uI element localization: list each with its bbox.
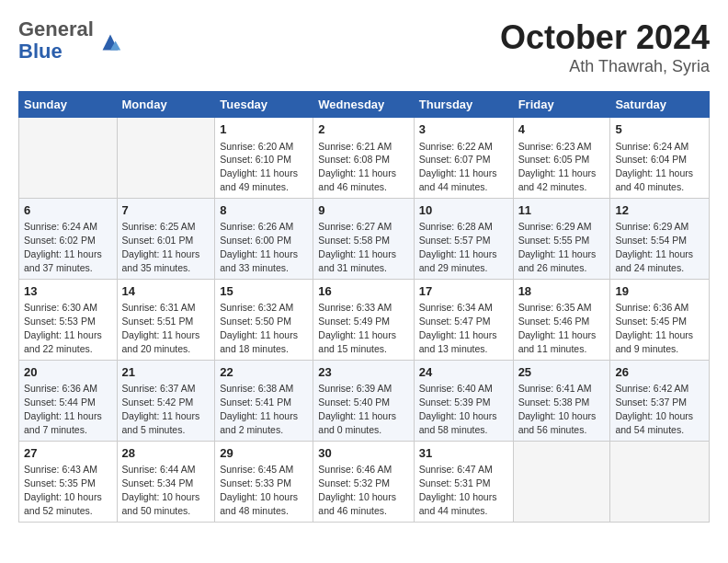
day-detail: Sunrise: 6:25 AMSunset: 6:01 PMDaylight:… <box>122 221 200 273</box>
day-detail: Sunrise: 6:47 AMSunset: 5:31 PMDaylight:… <box>419 464 497 516</box>
day-number: 2 <box>318 121 408 138</box>
day-number: 31 <box>419 445 508 462</box>
day-number: 29 <box>220 445 308 462</box>
day-number: 9 <box>318 202 408 219</box>
logo-text: General Blue <box>18 18 94 63</box>
day-detail: Sunrise: 6:35 AMSunset: 5:46 PMDaylight:… <box>518 302 597 354</box>
weekday-header-row: SundayMondayTuesdayWednesdayThursdayFrid… <box>19 92 710 118</box>
day-number: 15 <box>220 283 308 300</box>
weekday-header-tuesday: Tuesday <box>215 92 313 118</box>
calendar-week-4: 20Sunrise: 6:36 AMSunset: 5:44 PMDayligh… <box>19 360 710 441</box>
day-detail: Sunrise: 6:45 AMSunset: 5:33 PMDaylight:… <box>220 464 298 516</box>
calendar-week-1: 1Sunrise: 6:20 AMSunset: 6:10 PMDaylight… <box>19 118 710 199</box>
weekday-header-thursday: Thursday <box>414 92 513 118</box>
day-detail: Sunrise: 6:43 AMSunset: 5:35 PMDaylight:… <box>24 464 102 516</box>
calendar-cell <box>19 118 118 199</box>
month-title: October 2024 <box>500 18 710 57</box>
calendar-cell: 24Sunrise: 6:40 AMSunset: 5:39 PMDayligh… <box>414 360 513 441</box>
calendar-cell: 8Sunrise: 6:26 AMSunset: 6:00 PMDaylight… <box>215 198 313 279</box>
day-number: 14 <box>122 283 210 300</box>
day-detail: Sunrise: 6:28 AMSunset: 5:57 PMDaylight:… <box>419 221 497 273</box>
day-detail: Sunrise: 6:44 AMSunset: 5:34 PMDaylight:… <box>122 464 200 516</box>
day-number: 30 <box>318 445 408 462</box>
day-number: 16 <box>318 283 408 300</box>
day-number: 7 <box>122 202 210 219</box>
calendar-table: SundayMondayTuesdayWednesdayThursdayFrid… <box>18 91 710 523</box>
calendar-cell: 25Sunrise: 6:41 AMSunset: 5:38 PMDayligh… <box>513 360 610 441</box>
day-number: 10 <box>419 202 508 219</box>
day-number: 5 <box>615 121 704 138</box>
day-number: 24 <box>419 364 508 381</box>
calendar-cell: 31Sunrise: 6:47 AMSunset: 5:31 PMDayligh… <box>414 441 513 522</box>
calendar-cell: 30Sunrise: 6:46 AMSunset: 5:32 PMDayligh… <box>313 441 414 522</box>
day-number: 22 <box>220 364 308 381</box>
day-number: 11 <box>518 202 606 219</box>
day-detail: Sunrise: 6:29 AMSunset: 5:55 PMDaylight:… <box>518 221 597 273</box>
day-detail: Sunrise: 6:23 AMSunset: 6:05 PMDaylight:… <box>518 141 597 193</box>
day-number: 8 <box>220 202 308 219</box>
day-detail: Sunrise: 6:37 AMSunset: 5:42 PMDaylight:… <box>122 383 200 435</box>
day-detail: Sunrise: 6:39 AMSunset: 5:40 PMDaylight:… <box>318 383 396 435</box>
logo-general: General <box>18 18 94 40</box>
day-detail: Sunrise: 6:21 AMSunset: 6:08 PMDaylight:… <box>318 141 396 193</box>
day-number: 1 <box>220 121 308 138</box>
calendar-cell: 13Sunrise: 6:30 AMSunset: 5:53 PMDayligh… <box>19 279 118 360</box>
calendar-cell <box>117 118 215 199</box>
day-detail: Sunrise: 6:42 AMSunset: 5:37 PMDaylight:… <box>615 383 693 435</box>
calendar-cell: 2Sunrise: 6:21 AMSunset: 6:08 PMDaylight… <box>313 118 414 199</box>
day-detail: Sunrise: 6:24 AMSunset: 6:04 PMDaylight:… <box>615 141 693 193</box>
calendar-cell: 27Sunrise: 6:43 AMSunset: 5:35 PMDayligh… <box>19 441 118 522</box>
calendar-cell: 26Sunrise: 6:42 AMSunset: 5:37 PMDayligh… <box>610 360 710 441</box>
calendar-cell: 28Sunrise: 6:44 AMSunset: 5:34 PMDayligh… <box>117 441 215 522</box>
calendar-week-5: 27Sunrise: 6:43 AMSunset: 5:35 PMDayligh… <box>19 441 710 522</box>
calendar-cell <box>513 441 610 522</box>
day-number: 4 <box>518 121 606 138</box>
day-number: 26 <box>615 364 704 381</box>
day-number: 17 <box>419 283 508 300</box>
calendar-cell: 10Sunrise: 6:28 AMSunset: 5:57 PMDayligh… <box>414 198 513 279</box>
calendar-cell: 16Sunrise: 6:33 AMSunset: 5:49 PMDayligh… <box>313 279 414 360</box>
day-number: 28 <box>122 445 210 462</box>
title-block: October 2024 Ath Thawrah, Syria <box>500 18 710 76</box>
day-detail: Sunrise: 6:38 AMSunset: 5:41 PMDaylight:… <box>220 383 298 435</box>
calendar-cell: 15Sunrise: 6:32 AMSunset: 5:50 PMDayligh… <box>215 279 313 360</box>
day-detail: Sunrise: 6:20 AMSunset: 6:10 PMDaylight:… <box>220 141 298 193</box>
day-detail: Sunrise: 6:41 AMSunset: 5:38 PMDaylight:… <box>518 383 597 435</box>
logo: General Blue <box>18 18 123 63</box>
day-detail: Sunrise: 6:29 AMSunset: 5:54 PMDaylight:… <box>615 221 693 273</box>
weekday-header-friday: Friday <box>513 92 610 118</box>
calendar-cell: 29Sunrise: 6:45 AMSunset: 5:33 PMDayligh… <box>215 441 313 522</box>
day-detail: Sunrise: 6:31 AMSunset: 5:51 PMDaylight:… <box>122 302 200 354</box>
day-detail: Sunrise: 6:33 AMSunset: 5:49 PMDaylight:… <box>318 302 396 354</box>
logo-icon <box>97 29 123 55</box>
day-number: 23 <box>318 364 408 381</box>
day-number: 18 <box>518 283 606 300</box>
weekday-header-monday: Monday <box>117 92 215 118</box>
day-detail: Sunrise: 6:36 AMSunset: 5:45 PMDaylight:… <box>615 302 693 354</box>
calendar-cell: 14Sunrise: 6:31 AMSunset: 5:51 PMDayligh… <box>117 279 215 360</box>
calendar-cell: 17Sunrise: 6:34 AMSunset: 5:47 PMDayligh… <box>414 279 513 360</box>
day-detail: Sunrise: 6:24 AMSunset: 6:02 PMDaylight:… <box>24 221 102 273</box>
calendar-cell: 9Sunrise: 6:27 AMSunset: 5:58 PMDaylight… <box>313 198 414 279</box>
day-detail: Sunrise: 6:40 AMSunset: 5:39 PMDaylight:… <box>419 383 497 435</box>
day-number: 3 <box>419 121 508 138</box>
day-detail: Sunrise: 6:22 AMSunset: 6:07 PMDaylight:… <box>419 141 497 193</box>
logo-blue: Blue <box>18 40 94 63</box>
calendar-cell: 21Sunrise: 6:37 AMSunset: 5:42 PMDayligh… <box>117 360 215 441</box>
calendar-cell: 5Sunrise: 6:24 AMSunset: 6:04 PMDaylight… <box>610 118 710 199</box>
day-detail: Sunrise: 6:30 AMSunset: 5:53 PMDaylight:… <box>24 302 102 354</box>
location-title: Ath Thawrah, Syria <box>500 57 710 76</box>
calendar-cell: 19Sunrise: 6:36 AMSunset: 5:45 PMDayligh… <box>610 279 710 360</box>
calendar-cell: 4Sunrise: 6:23 AMSunset: 6:05 PMDaylight… <box>513 118 610 199</box>
day-number: 13 <box>24 283 112 300</box>
calendar-cell: 11Sunrise: 6:29 AMSunset: 5:55 PMDayligh… <box>513 198 610 279</box>
day-detail: Sunrise: 6:36 AMSunset: 5:44 PMDaylight:… <box>24 383 102 435</box>
calendar-cell: 6Sunrise: 6:24 AMSunset: 6:02 PMDaylight… <box>19 198 118 279</box>
calendar-cell: 23Sunrise: 6:39 AMSunset: 5:40 PMDayligh… <box>313 360 414 441</box>
day-detail: Sunrise: 6:32 AMSunset: 5:50 PMDaylight:… <box>220 302 298 354</box>
day-detail: Sunrise: 6:46 AMSunset: 5:32 PMDaylight:… <box>318 464 396 516</box>
weekday-header-sunday: Sunday <box>19 92 118 118</box>
calendar-cell: 3Sunrise: 6:22 AMSunset: 6:07 PMDaylight… <box>414 118 513 199</box>
day-number: 6 <box>24 202 112 219</box>
calendar-week-2: 6Sunrise: 6:24 AMSunset: 6:02 PMDaylight… <box>19 198 710 279</box>
